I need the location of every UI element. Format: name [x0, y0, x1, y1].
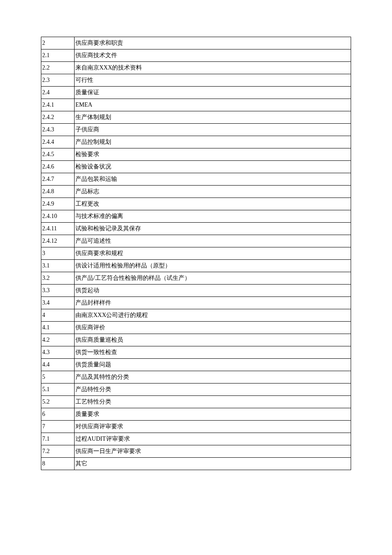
table-row: 6质量要求	[41, 408, 351, 421]
section-number: 5.2	[41, 396, 75, 408]
section-title: 产品封样样件	[75, 297, 351, 309]
section-title: 与技术标准的偏离	[75, 210, 351, 223]
table-row: 4.2供应商质量巡检员	[41, 334, 351, 346]
section-title: 对供应商评审要求	[75, 421, 351, 433]
section-number: 4.4	[41, 359, 75, 371]
table-row: 2.4.3子供应商	[41, 124, 351, 136]
table-row: 7.1过程AUDIT评审要求	[41, 433, 351, 445]
table-row: 2.4.12产品可追述性	[41, 235, 351, 247]
table-row: 2.3可行性	[41, 74, 351, 87]
section-number: 3.4	[41, 297, 75, 309]
table-row: 2.4.6检验设备状况	[41, 161, 351, 173]
section-title: 试验和检验记录及其保存	[75, 223, 351, 235]
section-title: 过程AUDIT评审要求	[75, 433, 351, 445]
section-title: 产品控制规划	[75, 136, 351, 148]
section-title: 工艺特性分类	[75, 396, 351, 408]
section-title: 供产品/工艺符合性检验用的样品（试生产）	[75, 272, 351, 285]
table-row: 2.4.11试验和检验记录及其保存	[41, 223, 351, 235]
section-title: 检验要求	[75, 148, 351, 161]
section-title: 供应商质量巡检员	[75, 334, 351, 346]
section-title: 可行性	[75, 74, 351, 87]
section-number: 7.2	[41, 445, 75, 458]
section-number: 3.2	[41, 272, 75, 285]
section-number: 2	[41, 37, 75, 49]
table-row: 4.4供货质量问题	[41, 359, 351, 371]
section-number: 2.1	[41, 49, 75, 62]
table-row: 3供应商要求和规程	[41, 247, 351, 260]
table-row: 3.2供产品/工艺符合性检验用的样品（试生产）	[41, 272, 351, 285]
section-title: 质量保证	[75, 87, 351, 99]
table-row: 4.3供货一致性检查	[41, 346, 351, 359]
section-number: 4.1	[41, 322, 75, 334]
table-row: 2.4.4产品控制规划	[41, 136, 351, 148]
section-number: 4.3	[41, 346, 75, 359]
table-row: 2.4.8产品标志	[41, 186, 351, 198]
table-row: 7.2供应商一日生产评审要求	[41, 445, 351, 458]
section-title: 供设计适用性检验用的样品（原型）	[75, 260, 351, 272]
table-row: 2.2来自南京XXX的技术资料	[41, 62, 351, 74]
section-number: 7.1	[41, 433, 75, 445]
section-number: 2.4.3	[41, 124, 75, 136]
section-title: 供应商要求和规程	[75, 247, 351, 260]
table-row: 2.4.9工程更改	[41, 198, 351, 210]
table-row: 4.1供应商评价	[41, 322, 351, 334]
table-row: 7对供应商评审要求	[41, 421, 351, 433]
section-title: 质量要求	[75, 408, 351, 421]
section-number: 2.4.1	[41, 99, 75, 111]
table-row: 2.4.10与技术标准的偏离	[41, 210, 351, 223]
section-title: 子供应商	[75, 124, 351, 136]
section-title: 产品及其特性的分类	[75, 371, 351, 384]
table-row: 2.1供应商技术文件	[41, 49, 351, 62]
section-title: 供应商要求和职责	[75, 37, 351, 49]
section-title: 供货起动	[75, 285, 351, 297]
table-row: 3.3供货起动	[41, 285, 351, 297]
section-title: 供应商一日生产评审要求	[75, 445, 351, 458]
table-row: 2.4.5检验要求	[41, 148, 351, 161]
section-title: 生产体制规划	[75, 111, 351, 124]
section-title: 产品可追述性	[75, 235, 351, 247]
section-number: 2.4.6	[41, 161, 75, 173]
table-row: 2.4.7产品包装和运输	[41, 173, 351, 186]
section-number: 2.3	[41, 74, 75, 87]
table-row: 5产品及其特性的分类	[41, 371, 351, 384]
table-row: 3.1供设计适用性检验用的样品（原型）	[41, 260, 351, 272]
section-number: 4	[41, 309, 75, 322]
table-row: 5.2工艺特性分类	[41, 396, 351, 408]
section-number: 2.4.4	[41, 136, 75, 148]
section-title: 其它	[75, 458, 351, 470]
section-title: 产品包装和运输	[75, 173, 351, 186]
table-row: 4由南京XXX公司进行的规程	[41, 309, 351, 322]
table-row: 2.4质量保证	[41, 87, 351, 99]
section-number: 2.2	[41, 62, 75, 74]
section-title: 供货一致性检查	[75, 346, 351, 359]
section-title: EMEA	[75, 99, 351, 111]
section-number: 2.4.7	[41, 173, 75, 186]
section-number: 6	[41, 408, 75, 421]
section-title: 供货质量问题	[75, 359, 351, 371]
section-number: 2.4.8	[41, 186, 75, 198]
table-row: 5.1产品特性分类	[41, 384, 351, 396]
table-row: 3.4产品封样样件	[41, 297, 351, 309]
section-number: 7	[41, 421, 75, 433]
section-number: 4.2	[41, 334, 75, 346]
document-page: 2供应商要求和职责2.1供应商技术文件2.2来自南京XXX的技术资料2.3可行性…	[0, 0, 392, 555]
section-number: 2.4.9	[41, 198, 75, 210]
section-title: 由南京XXX公司进行的规程	[75, 309, 351, 322]
section-number: 2.4.12	[41, 235, 75, 247]
table-row: 2.4.1EMEA	[41, 99, 351, 111]
section-number: 2.4.11	[41, 223, 75, 235]
section-number: 3	[41, 247, 75, 260]
section-number: 2.4.5	[41, 148, 75, 161]
section-number: 3.3	[41, 285, 75, 297]
table-row: 2供应商要求和职责	[41, 37, 351, 49]
section-number: 2.4.10	[41, 210, 75, 223]
section-number: 5.1	[41, 384, 75, 396]
section-title: 来自南京XXX的技术资料	[75, 62, 351, 74]
section-title: 检验设备状况	[75, 161, 351, 173]
section-number: 2.4.2	[41, 111, 75, 124]
table-row: 8其它	[41, 458, 351, 470]
toc-table: 2供应商要求和职责2.1供应商技术文件2.2来自南京XXX的技术资料2.3可行性…	[41, 37, 351, 470]
section-title: 产品标志	[75, 186, 351, 198]
section-number: 8	[41, 458, 75, 470]
table-row: 2.4.2生产体制规划	[41, 111, 351, 124]
